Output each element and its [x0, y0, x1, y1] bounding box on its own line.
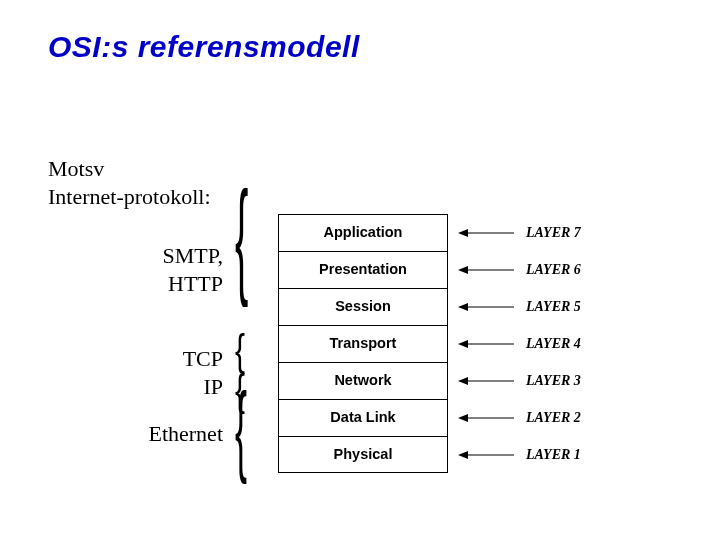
arrow-left-icon	[456, 302, 516, 312]
arrow-left-icon	[456, 450, 516, 460]
osi-layer-row: TransportLAYER 4	[278, 325, 448, 362]
osi-layer-label: LAYER 3	[526, 373, 581, 389]
protocol-group-application: SMTP,HTTP	[48, 242, 223, 297]
brace-icon: {	[235, 166, 248, 310]
protocol-group-link: Ethernet	[48, 420, 223, 448]
osi-layer-label: LAYER 7	[526, 225, 581, 241]
osi-layer-row: Data LinkLAYER 2	[278, 399, 448, 436]
osi-layer-label: LAYER 6	[526, 262, 581, 278]
subtitle: MotsvInternet-protokoll:	[48, 155, 211, 210]
osi-layer-row: SessionLAYER 5	[278, 288, 448, 325]
osi-layer-name: Presentation	[278, 251, 448, 288]
osi-layer-row: ApplicationLAYER 7	[278, 214, 448, 251]
arrow-left-icon	[456, 339, 516, 349]
osi-layer-name: Session	[278, 288, 448, 325]
osi-layer-label: LAYER 5	[526, 299, 581, 315]
osi-layer-name: Data Link	[278, 399, 448, 436]
osi-layer-row: PhysicalLAYER 1	[278, 436, 448, 473]
osi-layer-name: Physical	[278, 436, 448, 473]
osi-stack: ApplicationLAYER 7PresentationLAYER 6Ses…	[278, 214, 448, 473]
brace-icon: {	[235, 370, 247, 488]
osi-layer-label: LAYER 1	[526, 447, 581, 463]
osi-layer-row: PresentationLAYER 6	[278, 251, 448, 288]
osi-layer-row: NetworkLAYER 3	[278, 362, 448, 399]
osi-layer-name: Transport	[278, 325, 448, 362]
page-title: OSI:s referensmodell	[48, 30, 360, 64]
osi-layer-name: Application	[278, 214, 448, 251]
arrow-left-icon	[456, 376, 516, 386]
osi-layer-label: LAYER 4	[526, 336, 581, 352]
protocol-group-transport: TCPIP	[48, 345, 223, 400]
osi-layer-name: Network	[278, 362, 448, 399]
arrow-left-icon	[456, 228, 516, 238]
osi-layer-label: LAYER 2	[526, 410, 581, 426]
arrow-left-icon	[456, 413, 516, 423]
arrow-left-icon	[456, 265, 516, 275]
